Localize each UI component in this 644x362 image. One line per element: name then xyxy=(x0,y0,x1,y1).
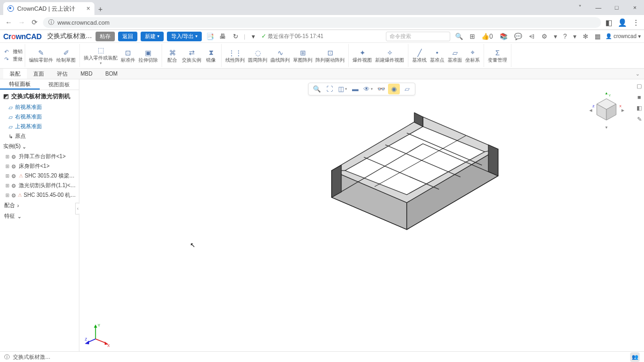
insert-part-button[interactable]: ⬚插入零件或装配▾ xyxy=(82,46,119,66)
save-icon[interactable]: 📑 xyxy=(205,33,215,40)
expand-icon[interactable]: ⊞ xyxy=(5,164,10,169)
pill-save[interactable]: 粘存 xyxy=(96,32,115,41)
pill-import-export[interactable]: 导入/导出 xyxy=(167,32,202,41)
expand-icon[interactable]: ⊞ xyxy=(5,173,10,179)
redo-button[interactable]: ↷重做 xyxy=(4,56,23,63)
panel-tab-feature[interactable]: 特征面板 xyxy=(0,79,40,90)
tab-evaluate[interactable]: 评估 xyxy=(50,69,74,79)
profile-icon[interactable]: 👤 xyxy=(618,18,627,27)
coord-sys-button[interactable]: ⌖坐标系 xyxy=(464,48,481,63)
tree-features[interactable]: 特征⌄ xyxy=(0,211,79,221)
tab-mbd[interactable]: MBD xyxy=(74,69,99,79)
url-field[interactable]: ⓘ www.crowncad.com xyxy=(43,17,601,28)
expand-icon[interactable]: ⊞ xyxy=(5,183,10,188)
command-search-input[interactable]: 命令搜索 xyxy=(386,32,450,41)
dropdown-icon[interactable]: ▾ xyxy=(552,33,559,40)
chat-icon[interactable]: 💬 xyxy=(513,33,524,40)
undo-button[interactable]: ↶撤销 xyxy=(4,48,23,55)
tree-mates[interactable]: 配合› xyxy=(0,200,79,211)
print-icon[interactable]: 🖶 xyxy=(218,33,228,40)
tree-origin[interactable]: ↳原点 xyxy=(0,131,79,141)
draw-sketch-button[interactable]: ✐绘制草图 xyxy=(55,48,77,63)
pill-new[interactable]: 新建 xyxy=(141,32,164,41)
tab-bom[interactable]: BOM xyxy=(99,69,124,79)
mate-button[interactable]: ⌘配合 xyxy=(164,48,180,63)
like-icon[interactable]: 👍0 xyxy=(480,33,495,40)
new-tab-button[interactable]: + xyxy=(94,3,106,15)
tree-plane[interactable]: ▱上视基准面 xyxy=(0,122,79,131)
navigation-cube[interactable]: ▲ ▼ ◀ ▶ Y X Z xyxy=(585,89,628,132)
tree-instances-header[interactable]: 实例(5)⌄ xyxy=(0,141,79,152)
pill-back[interactable]: 返回 xyxy=(118,32,137,41)
tree-instance[interactable]: ⊞⚙激光切割头部件(1.1)<… xyxy=(0,181,79,190)
tree-instance[interactable]: ⊞⚙床身部件<1> xyxy=(0,161,79,171)
tree-instance[interactable]: ⊞⚙升降工作台部件<1> xyxy=(0,152,79,161)
dock-icon[interactable]: ■ xyxy=(638,94,641,100)
zoom-icon[interactable]: 🔍 xyxy=(311,84,323,94)
back-icon[interactable]: ← xyxy=(4,18,13,26)
chat-button[interactable]: 👥 xyxy=(630,352,640,362)
search-icon[interactable]: 🔍 xyxy=(453,33,465,40)
ref-plane-button[interactable]: ▱基准面 xyxy=(446,48,464,63)
expand-icon[interactable]: ⊞ xyxy=(5,193,10,198)
mirror-button[interactable]: ⧗镜像 xyxy=(203,48,219,63)
menu-icon[interactable]: ⋮ xyxy=(632,18,640,27)
ref-point-button[interactable]: •基准点 xyxy=(428,48,446,63)
tab-assembly[interactable]: 装配 xyxy=(3,69,27,79)
dock-icon[interactable]: ✎ xyxy=(637,116,642,123)
expand-icon[interactable]: ⊞ xyxy=(5,154,10,159)
visibility-icon[interactable]: 👁 xyxy=(362,84,374,94)
user-menu[interactable]: 👤 crowncad ▾ xyxy=(605,33,641,39)
share-icon[interactable]: ⩤ xyxy=(527,33,537,40)
3d-viewport[interactable]: 🔍 ⛶ ◫ ▬ 👁 👓 ◉ ▱ xyxy=(79,79,644,351)
forward-icon[interactable]: → xyxy=(17,18,26,26)
linear-pattern-button[interactable]: ⋮⋮线性阵列 xyxy=(224,48,246,63)
replace-instance-button[interactable]: ⇄交换实例 xyxy=(180,48,203,63)
layers-icon[interactable]: 📚 xyxy=(498,33,509,40)
tree-plane[interactable]: ▱右视基准面 xyxy=(0,112,79,122)
new-exploded-button[interactable]: ✧新建爆炸视图 xyxy=(374,48,406,63)
tree-instance[interactable]: ⊞⚙⚠SHC 3015.45-00 机… xyxy=(0,190,79,200)
settings-icon[interactable]: ✻ xyxy=(581,33,590,40)
tab-surface[interactable]: 直面 xyxy=(27,69,50,79)
close-window-button[interactable]: × xyxy=(626,0,644,15)
render-icon[interactable]: ◉ xyxy=(388,84,400,94)
dropdown-icon[interactable]: ▾ xyxy=(572,33,578,40)
sketch-pattern-button[interactable]: ⊞草图阵列 xyxy=(291,48,314,63)
fit-icon[interactable]: ⛶ xyxy=(324,84,335,94)
edit-part-button[interactable]: ✎编辑零部件 xyxy=(27,48,55,63)
standard-part-button[interactable]: ⊡标准件 xyxy=(119,48,137,63)
exploded-view-button[interactable]: ✦爆炸视图 xyxy=(351,48,374,63)
ref-line-button[interactable]: ╱基准线 xyxy=(411,48,428,63)
app-logo[interactable]: CrownCAD xyxy=(3,32,42,41)
circular-pattern-button[interactable]: ◌圆周阵列 xyxy=(246,48,269,63)
browser-tab[interactable]: CrownCAD | 云上设计 × xyxy=(3,2,94,15)
minimize-button[interactable]: — xyxy=(589,0,608,15)
glasses-icon[interactable]: 👓 xyxy=(375,84,387,94)
dock-icon[interactable]: ▢ xyxy=(636,83,642,90)
extension-icon[interactable]: ◧ xyxy=(605,18,612,27)
refresh-icon[interactable]: ↻ xyxy=(231,33,240,40)
collapse-ribbon-icon[interactable]: ⌄ xyxy=(635,71,644,77)
variable-mgmt-button[interactable]: Σ变量管理 xyxy=(486,48,509,63)
close-tab-icon[interactable]: × xyxy=(86,5,90,12)
maximize-button[interactable]: □ xyxy=(608,0,626,15)
tree-root[interactable]: ◩交换式板材激光切割机 xyxy=(0,90,79,102)
reload-icon[interactable]: ⟳ xyxy=(30,18,39,26)
help-icon[interactable]: ? xyxy=(562,33,569,40)
minimize-button[interactable]: ˅ xyxy=(571,0,589,15)
grid-icon[interactable]: ⊞ xyxy=(468,33,477,40)
dock-icon[interactable]: ◧ xyxy=(636,105,642,112)
tree-instance[interactable]: ⊞⚙⚠SHC 3015.20 横梁… xyxy=(0,171,79,181)
dropdown-icon[interactable]: ▾ xyxy=(248,33,258,40)
plane-toggle-icon[interactable]: ▱ xyxy=(401,84,413,94)
tree-plane[interactable]: ▱前视基准面 xyxy=(0,102,79,112)
section-icon[interactable]: ▬ xyxy=(349,84,361,94)
extrude-cut-button[interactable]: ▣拉伸切除 xyxy=(137,48,159,63)
pattern-driven-button[interactable]: ⊡阵列驱动阵列 xyxy=(314,48,346,63)
curve-pattern-button[interactable]: ∿曲线阵列 xyxy=(269,48,291,63)
gear-icon[interactable]: ⚙ xyxy=(540,33,549,40)
panel-tab-view[interactable]: 视图面板 xyxy=(40,79,79,90)
app-icon[interactable]: ▦ xyxy=(593,33,602,40)
display-mode-icon[interactable]: ◫ xyxy=(336,84,348,94)
